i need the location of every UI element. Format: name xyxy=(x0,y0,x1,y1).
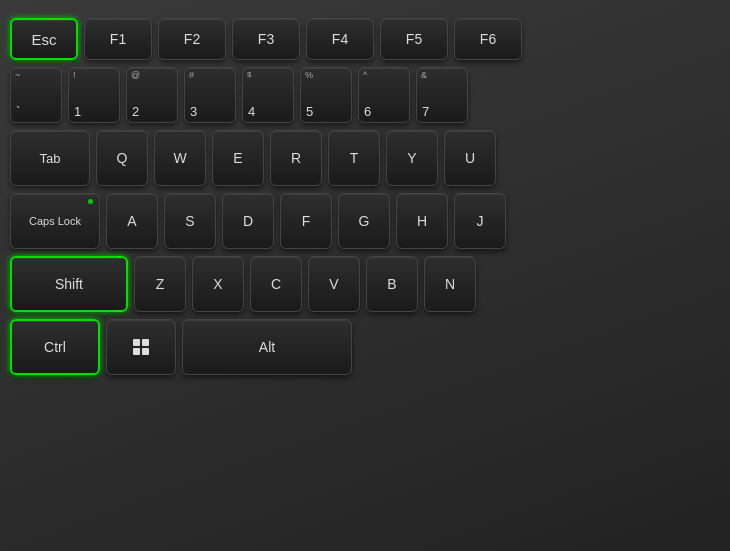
key-shift[interactable]: Shift xyxy=(10,256,128,312)
key-v[interactable]: V xyxy=(308,256,360,312)
num-row: ~ ` ! 1 @ 2 # 3 $ 4 xyxy=(10,67,720,123)
key-c[interactable]: C xyxy=(250,256,302,312)
key-capslock[interactable]: Caps Lock xyxy=(10,193,100,249)
key-d[interactable]: D xyxy=(222,193,274,249)
key-a[interactable]: A xyxy=(106,193,158,249)
key-4[interactable]: $ 4 xyxy=(242,67,294,123)
key-alt[interactable]: Alt xyxy=(182,319,352,375)
fn-row: Esc F1 F2 F3 F4 F5 F6 xyxy=(10,18,720,60)
key-x[interactable]: X xyxy=(192,256,244,312)
key-win[interactable] xyxy=(106,319,176,375)
key-ctrl[interactable]: Ctrl xyxy=(10,319,100,375)
key-f1[interactable]: F1 xyxy=(84,18,152,60)
bottom-row: Ctrl Alt xyxy=(10,319,720,375)
zxcv-row: Shift Z X C V B N xyxy=(10,256,720,312)
key-u[interactable]: U xyxy=(444,130,496,186)
key-f3[interactable]: F3 xyxy=(232,18,300,60)
qwerty-row: Tab Q W E R T Y U xyxy=(10,130,720,186)
key-f2[interactable]: F2 xyxy=(158,18,226,60)
key-q[interactable]: Q xyxy=(96,130,148,186)
key-h[interactable]: H xyxy=(396,193,448,249)
key-z[interactable]: Z xyxy=(134,256,186,312)
key-tilde[interactable]: ~ ` xyxy=(10,67,62,123)
key-y[interactable]: Y xyxy=(386,130,438,186)
key-n[interactable]: N xyxy=(424,256,476,312)
key-7[interactable]: & 7 xyxy=(416,67,468,123)
asdf-row: Caps Lock A S D F G H J xyxy=(10,193,720,249)
key-3[interactable]: # 3 xyxy=(184,67,236,123)
key-f5[interactable]: F5 xyxy=(380,18,448,60)
key-w[interactable]: W xyxy=(154,130,206,186)
key-f[interactable]: F xyxy=(280,193,332,249)
key-e[interactable]: E xyxy=(212,130,264,186)
key-esc[interactable]: Esc xyxy=(10,18,78,60)
windows-icon xyxy=(133,339,149,355)
key-t[interactable]: T xyxy=(328,130,380,186)
key-2[interactable]: @ 2 xyxy=(126,67,178,123)
key-1[interactable]: ! 1 xyxy=(68,67,120,123)
key-j[interactable]: J xyxy=(454,193,506,249)
key-tab[interactable]: Tab xyxy=(10,130,90,186)
key-r[interactable]: R xyxy=(270,130,322,186)
key-g[interactable]: G xyxy=(338,193,390,249)
key-5[interactable]: % 5 xyxy=(300,67,352,123)
key-s[interactable]: S xyxy=(164,193,216,249)
caps-lock-indicator xyxy=(88,199,93,204)
key-f6[interactable]: F6 xyxy=(454,18,522,60)
key-f4[interactable]: F4 xyxy=(306,18,374,60)
key-b[interactable]: B xyxy=(366,256,418,312)
keyboard: Esc F1 F2 F3 F4 F5 F6 ~ ` ! xyxy=(0,0,730,551)
key-6[interactable]: ^ 6 xyxy=(358,67,410,123)
